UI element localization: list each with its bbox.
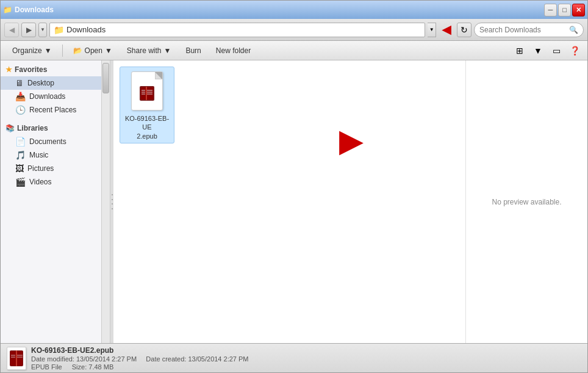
view-button[interactable]: ⊞ [512, 43, 528, 59]
date-created-text: Date created: 13/05/2014 2:27 PM [146, 355, 248, 363]
burn-button[interactable]: Burn [179, 43, 207, 59]
sidebar-item-videos[interactable]: 🎬 Videos [1, 175, 110, 189]
videos-icon: 🎬 [15, 177, 26, 187]
epub-icon-corner [155, 72, 162, 79]
file-item-epub[interactable]: KO-69163-EB-UE2.epub [120, 67, 174, 143]
details-pane-button[interactable]: ▭ [548, 43, 564, 59]
search-input[interactable] [479, 26, 567, 34]
address-folder-icon: 📁 [54, 25, 64, 35]
close-button[interactable]: ✕ [572, 4, 585, 16]
sidebar-item-documents[interactable]: 📄 Documents [1, 135, 110, 148]
main-content: ★ Favorites 🖥 Desktop 📥 Downloads 🕒 Rece… [1, 60, 587, 343]
libraries-label: Libraries [17, 124, 48, 132]
window-icon: 📁 [3, 5, 12, 14]
no-preview-text: No preview available. [492, 198, 561, 206]
downloads-icon: 📥 [15, 92, 26, 101]
share-with-label: Share with [127, 46, 162, 55]
status-filename: KO-69163-EB-UE2.epub [31, 346, 249, 355]
recent-places-icon: 🕒 [15, 105, 26, 115]
file-area: KO-69163-EB-UE2.epub ◀ No preview availa… [113, 60, 587, 343]
favorites-label: Favorites [15, 65, 47, 74]
organize-button[interactable]: Organize ▼ [5, 43, 59, 59]
libraries-header: 📚 Libraries [1, 121, 110, 135]
toolbar-separator-1 [62, 45, 63, 57]
burn-label: Burn [185, 46, 201, 55]
sidebar: ★ Favorites 🖥 Desktop 📥 Downloads 🕒 Rece… [1, 60, 110, 343]
file-area-arrow-annotation: ◀ [339, 125, 364, 156]
desktop-icon: 🖥 [15, 78, 24, 88]
help-button[interactable]: ❓ [567, 43, 583, 59]
address-text: Downloads [66, 25, 106, 34]
favorites-header: ★ Favorites [1, 63, 110, 76]
pictures-label: Pictures [27, 164, 54, 173]
status-filetype: EPUB File [31, 363, 62, 371]
status-bottom-row: EPUB File Size: 7.48 MB [31, 363, 249, 371]
minimize-button[interactable]: ─ [544, 4, 557, 16]
recent-places-label: Recent Places [29, 106, 76, 114]
open-label: Open [85, 46, 102, 55]
status-bar: KO-69163-EB-UE2.epub Date modified: 13/0… [1, 343, 587, 372]
address-arrow-annotation: ◄ [439, 20, 454, 39]
date-modified-text: Date modified: 13/05/2014 2:27 PM [31, 355, 137, 363]
splitter-dot-4 [112, 208, 113, 209]
libraries-icon: 📚 [5, 124, 15, 132]
address-bar: ◀ ▶ ▼ 📁 Downloads ▼ ◄ ↻ 🔍 [1, 19, 587, 41]
open-button[interactable]: 📂 Open ▼ [66, 43, 119, 59]
maximize-button[interactable]: □ [558, 4, 571, 16]
epub-book-symbol [132, 77, 162, 110]
splitter-handle [111, 193, 113, 211]
status-size: Size: 7.48 MB [72, 363, 113, 371]
title-bar-controls: ─ □ ✕ [544, 4, 585, 16]
open-dropdown-icon: ▼ [105, 46, 112, 55]
file-name: KO-69163-EB-UE2.epub [123, 114, 171, 140]
address-dropdown-button[interactable]: ▼ [428, 23, 436, 37]
search-box[interactable]: 🔍 [474, 23, 584, 37]
share-dropdown-icon: ▼ [164, 46, 171, 55]
status-info: KO-69163-EB-UE2.epub Date modified: 13/0… [31, 346, 249, 371]
nav-dropdown-button[interactable]: ▼ [38, 23, 47, 37]
downloads-label: Downloads [29, 92, 65, 101]
splitter-dot-2 [112, 199, 113, 200]
new-folder-button[interactable]: New folder [209, 43, 257, 59]
pictures-icon: 🖼 [15, 164, 24, 173]
epub-file-icon [131, 71, 163, 110]
share-with-button[interactable]: Share with ▼ [120, 43, 178, 59]
svg-rect-2 [146, 87, 147, 100]
refresh-button[interactable]: ↻ [457, 23, 471, 37]
back-button[interactable]: ◀ [4, 23, 19, 37]
music-icon: 🎵 [15, 150, 26, 160]
new-folder-label: New folder [216, 46, 251, 55]
sidebar-item-downloads[interactable]: 📥 Downloads [1, 90, 110, 103]
documents-icon: 📄 [15, 137, 26, 147]
sidebar-scroll-thumb [102, 63, 109, 93]
status-file-icon [7, 347, 26, 370]
desktop-label: Desktop [27, 79, 54, 87]
address-field[interactable]: 📁 Downloads [49, 23, 425, 37]
toolbar: Organize ▼ 📂 Open ▼ Share with ▼ Burn Ne… [1, 41, 587, 60]
explorer-window: 📁 Downloads ─ □ ✕ ◀ ▶ ▼ 📁 Downloads ▼ ◄ … [0, 0, 588, 373]
splitter-dot-3 [112, 203, 113, 205]
sidebar-item-pictures[interactable]: 🖼 Pictures [1, 162, 110, 175]
search-icon: 🔍 [569, 26, 578, 34]
toolbar-right: ⊞ ▼ ▭ ❓ [512, 43, 583, 59]
splitter-dot-1 [112, 194, 113, 195]
view-dropdown-button[interactable]: ▼ [530, 43, 546, 59]
music-label: Music [29, 151, 48, 159]
forward-button[interactable]: ▶ [21, 23, 36, 37]
window-title: Downloads [15, 5, 54, 14]
favorites-star-icon: ★ [5, 65, 12, 74]
sidebar-scrollbar[interactable] [101, 60, 110, 343]
title-bar-left: 📁 Downloads [3, 5, 54, 14]
preview-panel: No preview available. [465, 60, 587, 343]
sidebar-item-desktop[interactable]: 🖥 Desktop [1, 76, 110, 90]
status-book-svg [9, 350, 24, 367]
organize-label: Organize [12, 46, 42, 55]
title-bar: 📁 Downloads ─ □ ✕ [1, 1, 587, 19]
book-svg [138, 84, 156, 103]
svg-rect-11 [16, 350, 17, 366]
file-icon-container [129, 70, 165, 112]
sidebar-item-recent-places[interactable]: 🕒 Recent Places [1, 103, 110, 117]
status-date-modified: Date modified: 13/05/2014 2:27 PM Date c… [31, 355, 249, 363]
documents-label: Documents [29, 137, 66, 146]
sidebar-item-music[interactable]: 🎵 Music [1, 148, 110, 162]
